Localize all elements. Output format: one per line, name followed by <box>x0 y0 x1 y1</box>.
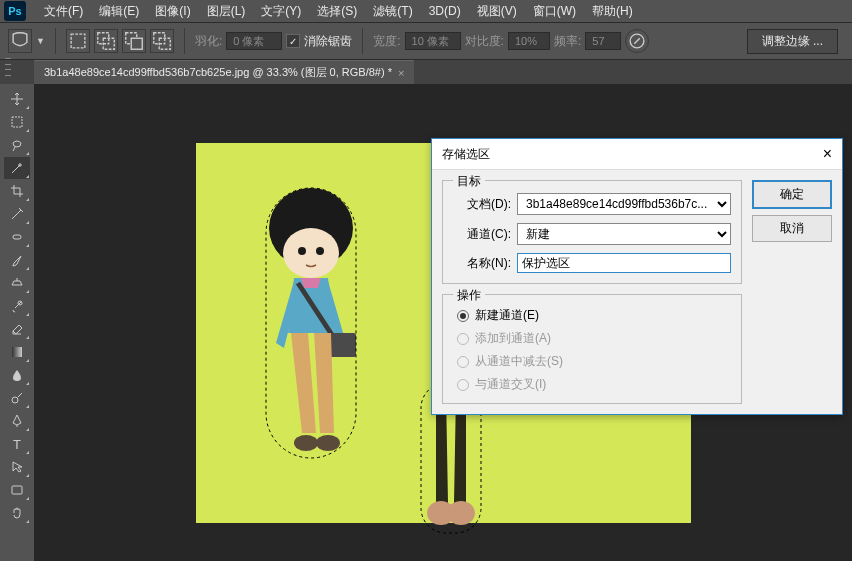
menu-view[interactable]: 视图(V) <box>469 1 525 22</box>
document-tab-bar: 3b1a48e89ce14cd99ffbd536b7cb625e.jpg @ 3… <box>0 60 852 84</box>
svg-rect-0 <box>71 34 85 48</box>
svg-point-16 <box>283 228 339 278</box>
dialog-title-text: 存储选区 <box>442 146 490 163</box>
svg-rect-19 <box>328 333 356 357</box>
radio-new-label: 新建通道(E) <box>475 307 539 324</box>
feather-input[interactable] <box>226 32 282 50</box>
svg-point-12 <box>12 397 18 403</box>
menu-filter[interactable]: 滤镜(T) <box>365 1 420 22</box>
path-selection-tool[interactable] <box>4 456 30 478</box>
ok-button[interactable]: 确定 <box>752 180 832 209</box>
svg-rect-4 <box>131 38 142 49</box>
refine-edge-button[interactable]: 调整边缘 ... <box>747 29 838 54</box>
pen-tool[interactable] <box>4 410 30 432</box>
tab-close-icon[interactable]: × <box>398 67 404 79</box>
menu-layer[interactable]: 图层(L) <box>199 1 254 22</box>
radio-int-label: 与通道交叉(I) <box>475 376 546 393</box>
document-tab-title: 3b1a48e89ce14cd99ffbd536b7cb625e.jpg @ 3… <box>44 65 392 80</box>
menu-help[interactable]: 帮助(H) <box>584 1 641 22</box>
svg-point-24 <box>447 501 475 525</box>
menubar: Ps 文件(F) 编辑(E) 图像(I) 图层(L) 文字(Y) 选择(S) 滤… <box>0 0 852 22</box>
menu-select[interactable]: 选择(S) <box>309 1 365 22</box>
channel-select[interactable]: 新建 <box>517 223 731 245</box>
save-selection-dialog: 存储选区 × 目标 文档(D): 3b1a48e89ce14cd99ffbd53… <box>431 138 843 415</box>
menu-3d[interactable]: 3D(D) <box>421 2 469 20</box>
feather-label: 羽化: <box>195 33 222 50</box>
menu-window[interactable]: 窗口(W) <box>525 1 584 22</box>
contrast-label: 对比度: <box>465 33 504 50</box>
shape-tool[interactable] <box>4 479 30 501</box>
operation-legend: 操作 <box>453 287 485 304</box>
svg-rect-14 <box>12 486 22 494</box>
crop-tool[interactable] <box>4 180 30 202</box>
contrast-input[interactable] <box>508 32 550 50</box>
hand-tool[interactable] <box>4 502 30 524</box>
radio-new-channel[interactable]: 新建通道(E) <box>457 307 731 324</box>
selection-intersect-icon[interactable] <box>150 29 174 53</box>
svg-rect-11 <box>12 347 22 357</box>
lasso-tool[interactable] <box>4 134 30 156</box>
width-label: 宽度: <box>373 33 400 50</box>
marquee-tool[interactable] <box>4 111 30 133</box>
name-label: 名称(N): <box>453 255 511 272</box>
frequency-input[interactable] <box>585 32 621 50</box>
toolbox: T <box>0 84 34 561</box>
cancel-button[interactable]: 取消 <box>752 215 832 242</box>
svg-text:T: T <box>13 437 21 452</box>
menu-file[interactable]: 文件(F) <box>36 1 91 22</box>
dodge-tool[interactable] <box>4 387 30 409</box>
history-brush-tool[interactable] <box>4 295 30 317</box>
selection-new-icon[interactable] <box>66 29 90 53</box>
brush-tool[interactable] <box>4 249 30 271</box>
options-bar: ▼ 羽化: ✓ 消除锯齿 宽度: 对比度: 频率: 调整边缘 ... <box>0 22 852 60</box>
radio-sub-label: 从通道中减去(S) <box>475 353 563 370</box>
svg-point-17 <box>298 247 306 255</box>
tool-preset-icon[interactable] <box>8 29 32 53</box>
radio-intersect-channel: 与通道交叉(I) <box>457 376 731 393</box>
spot-heal-tool[interactable] <box>4 226 30 248</box>
document-select[interactable]: 3b1a48e89ce14cd99ffbd536b7c... <box>517 193 731 215</box>
menu-edit[interactable]: 编辑(E) <box>91 1 147 22</box>
eyedropper-tool[interactable] <box>4 203 30 225</box>
document-tab[interactable]: 3b1a48e89ce14cd99ffbd536b7cb625e.jpg @ 3… <box>34 60 414 84</box>
channel-label: 通道(C): <box>453 226 511 243</box>
menu-image[interactable]: 图像(I) <box>147 1 198 22</box>
selection-add-icon[interactable] <box>94 29 118 53</box>
svg-point-20 <box>294 435 318 451</box>
gradient-tool[interactable] <box>4 341 30 363</box>
app-logo: Ps <box>4 1 26 21</box>
document-label: 文档(D): <box>453 196 511 213</box>
type-tool[interactable]: T <box>4 433 30 455</box>
move-tool[interactable] <box>4 88 30 110</box>
clone-stamp-tool[interactable] <box>4 272 30 294</box>
operation-fieldset: 操作 新建通道(E) 添加到通道(A) 从通道中减去(S) 与通道交叉(I) <box>442 294 742 404</box>
svg-rect-9 <box>13 235 21 239</box>
radio-add-channel: 添加到通道(A) <box>457 330 731 347</box>
magic-wand-tool[interactable] <box>4 157 30 179</box>
eraser-tool[interactable] <box>4 318 30 340</box>
pen-pressure-icon[interactable] <box>625 29 649 53</box>
radio-subtract-channel: 从通道中减去(S) <box>457 353 731 370</box>
dialog-close-icon[interactable]: × <box>823 145 832 163</box>
selection-subtract-icon[interactable] <box>122 29 146 53</box>
blur-tool[interactable] <box>4 364 30 386</box>
width-input[interactable] <box>405 32 461 50</box>
svg-rect-8 <box>12 117 22 127</box>
destination-legend: 目标 <box>453 173 485 190</box>
dialog-titlebar[interactable]: 存储选区 × <box>432 139 842 170</box>
name-input[interactable] <box>517 253 731 273</box>
radio-icon <box>457 333 469 345</box>
svg-point-21 <box>316 435 340 451</box>
frequency-label: 频率: <box>554 33 581 50</box>
antialias-checkbox[interactable]: ✓ 消除锯齿 <box>286 33 352 50</box>
radio-icon <box>457 310 469 322</box>
radio-icon <box>457 379 469 391</box>
check-icon: ✓ <box>286 34 300 48</box>
canvas-figure-boy <box>246 183 376 503</box>
drag-handle-icon[interactable] <box>5 56 13 78</box>
destination-fieldset: 目标 文档(D): 3b1a48e89ce14cd99ffbd536b7c...… <box>442 180 742 284</box>
radio-icon <box>457 356 469 368</box>
menu-type[interactable]: 文字(Y) <box>253 1 309 22</box>
svg-point-18 <box>316 247 324 255</box>
radio-add-label: 添加到通道(A) <box>475 330 551 347</box>
